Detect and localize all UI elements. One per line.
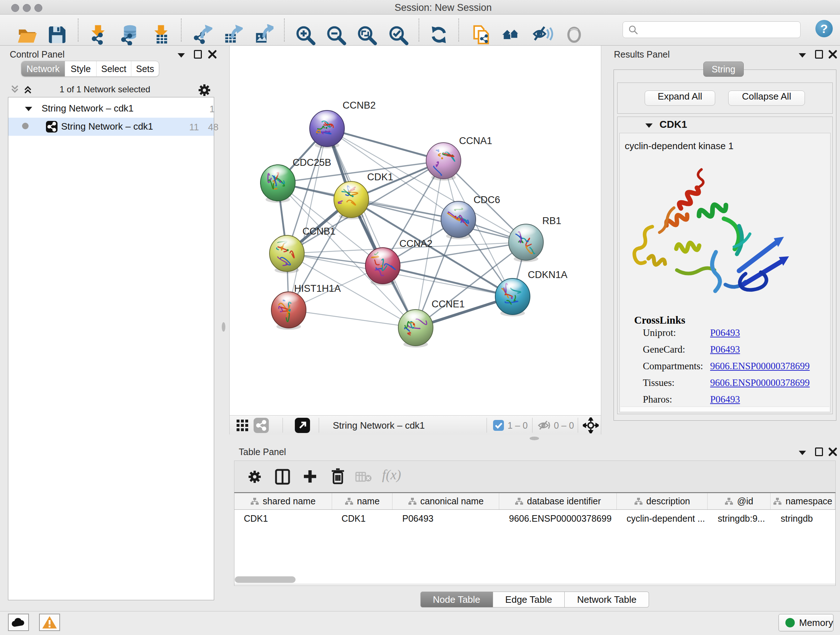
expand-all-button[interactable]: Expand All (645, 90, 715, 106)
column-header-description[interactable]: description (617, 493, 708, 509)
tree-row-collection[interactable]: String Network – cdk1 1 (8, 100, 214, 118)
table-cell[interactable]: CDK1 (244, 513, 268, 524)
search-input[interactable] (622, 21, 801, 38)
tab-style[interactable]: Style (65, 61, 96, 76)
table-tab-network-table[interactable]: Network Table (565, 592, 649, 608)
crosslink-value[interactable]: 9606.ENSP00000378699 (710, 361, 810, 372)
float-panel-icon[interactable] (798, 51, 807, 59)
import-table-icon[interactable] (150, 24, 172, 45)
export-table-icon[interactable] (222, 24, 243, 45)
title-bar: Session: New Session (0, 0, 840, 14)
zoom-fit-icon[interactable] (356, 24, 377, 45)
float-panel-icon[interactable] (177, 51, 186, 59)
crosslink-value[interactable]: P06493 (710, 344, 740, 355)
fit-selected-icon[interactable] (583, 417, 599, 433)
network-node-CCNB1[interactable]: CCNB1 (270, 226, 336, 273)
table-cell[interactable]: 9606.ENSP00000378699 (509, 513, 612, 524)
add-column-icon[interactable] (302, 469, 317, 484)
table-cell[interactable]: stringdb:9... (718, 513, 765, 524)
float-panel-icon[interactable] (798, 449, 807, 456)
zoom-out-icon[interactable] (325, 24, 346, 45)
network-node-CCNE1[interactable]: CCNE1 (398, 299, 465, 348)
column-header-canonical-name[interactable]: canonical name (393, 493, 499, 509)
birds-eye-view-icon[interactable] (236, 419, 248, 432)
network-canvas[interactable]: CCNB2 CCNA1 CDC25B CDK1 CDC6 RB1 CCNB1 (229, 46, 601, 415)
crosslink-value[interactable]: 9606.ENSP00000378699 (710, 377, 810, 388)
table-tab-edge-table[interactable]: Edge Table (493, 592, 565, 608)
maximize-panel-icon[interactable] (815, 50, 823, 59)
memory-button[interactable]: Memory (778, 614, 834, 631)
help-button[interactable]: ? (815, 20, 833, 37)
show-details-icon[interactable] (564, 24, 584, 45)
network-node-CCNA2[interactable]: CCNA2 (365, 238, 433, 286)
refresh-icon[interactable] (428, 24, 449, 45)
export-image-icon[interactable] (253, 24, 273, 45)
table-options-gear-icon[interactable] (248, 470, 262, 484)
close-panel-icon[interactable] (208, 50, 217, 59)
cloud-status-button[interactable] (8, 614, 29, 631)
expand-all-icon[interactable] (22, 84, 33, 95)
network-node-HIST1H1A[interactable]: HIST1H1A (271, 283, 341, 330)
network-node-CDKN1A[interactable]: CDKN1A (495, 269, 568, 317)
hide-details-icon[interactable] (532, 24, 553, 45)
collapse-all-icon[interactable] (9, 84, 20, 95)
column-header-database-identifier[interactable]: database identifier (499, 493, 617, 509)
bottom-splitter-handle[interactable] (530, 437, 539, 440)
network-node-CDC6[interactable]: CDC6 (441, 195, 500, 239)
close-panel-icon[interactable] (828, 50, 837, 59)
network-options-gear-icon[interactable] (197, 83, 211, 97)
collapse-all-button[interactable]: Collapse All (728, 90, 805, 106)
node-table: shared namenamecanonical namedatabase id… (234, 492, 836, 586)
column-header-shared-name[interactable]: shared name (234, 493, 332, 509)
save-session-icon[interactable] (47, 24, 68, 45)
open-in-window-icon[interactable] (295, 418, 310, 433)
zoom-selected-icon[interactable] (387, 24, 409, 45)
table-cell[interactable]: stringdb (781, 513, 813, 524)
column-header-name[interactable]: name (332, 493, 393, 509)
tab-select[interactable]: Select (96, 61, 131, 76)
tree-expander-icon[interactable] (24, 105, 33, 112)
column-header-namespace[interactable]: namespace (771, 493, 835, 509)
crosslink-value[interactable]: P06493 (710, 394, 740, 405)
results-tab-string[interactable]: String (703, 62, 744, 77)
crosslink-label: Uniprot: (643, 327, 676, 339)
table-hscrollbar-thumb[interactable] (235, 576, 295, 583)
table-cell[interactable]: P06493 (402, 513, 433, 524)
network-edge-CCNB2-CCNE1[interactable] (327, 128, 416, 328)
network-edge-HIST1H1A-CCNE1[interactable] (289, 310, 416, 328)
network-node-CCNA1[interactable]: CCNA1 (426, 135, 493, 181)
import-network-icon[interactable] (88, 24, 109, 45)
table-cell[interactable]: cyclin-dependent ... (627, 513, 705, 524)
tab-sets[interactable]: Sets (131, 61, 159, 76)
left-splitter-handle[interactable] (222, 322, 225, 332)
close-panel-icon[interactable] (828, 447, 837, 456)
zoom-in-icon[interactable] (294, 24, 316, 45)
network-node-RB1[interactable]: RB1 (508, 215, 561, 262)
collapse-section-icon[interactable] (644, 122, 654, 129)
network-edge-CCNA2-CDKN1A[interactable] (383, 266, 513, 296)
network-node-CCNB2[interactable]: CCNB2 (309, 100, 376, 149)
column-header-@id[interactable]: @id (707, 493, 771, 509)
crosslink-value[interactable]: P06493 (710, 327, 740, 339)
network-edge-CCNB2-CCNA1[interactable] (327, 128, 444, 161)
tab-network[interactable]: Network (21, 61, 65, 76)
table-tab-node-table[interactable]: Node Table (420, 592, 493, 608)
open-session-icon[interactable] (17, 24, 38, 45)
network-overview-icon[interactable] (254, 418, 269, 433)
network-edge-HIST1H1A-CCNB2[interactable] (289, 128, 327, 310)
results-hscrollbar-track[interactable] (621, 407, 829, 411)
tree-row-network[interactable]: String Network – cdk1 11 48 (8, 118, 214, 136)
table-cell[interactable]: CDK1 (341, 513, 366, 524)
delete-column-icon[interactable] (331, 468, 345, 485)
show-columns-icon[interactable] (275, 469, 290, 485)
share-document-icon[interactable] (471, 24, 492, 45)
export-network-icon[interactable] (191, 24, 212, 45)
warning-status-button[interactable] (39, 614, 60, 631)
import-database-icon[interactable] (118, 24, 140, 45)
selected-nodes-checkbox[interactable] (493, 420, 504, 431)
maximize-panel-icon[interactable] (194, 50, 202, 59)
home-view-icon[interactable] (501, 24, 522, 45)
close-window-button[interactable] (11, 4, 19, 12)
results-panel: Results Panel String Expand All Collapse… (601, 46, 840, 436)
maximize-panel-icon[interactable] (815, 448, 823, 456)
